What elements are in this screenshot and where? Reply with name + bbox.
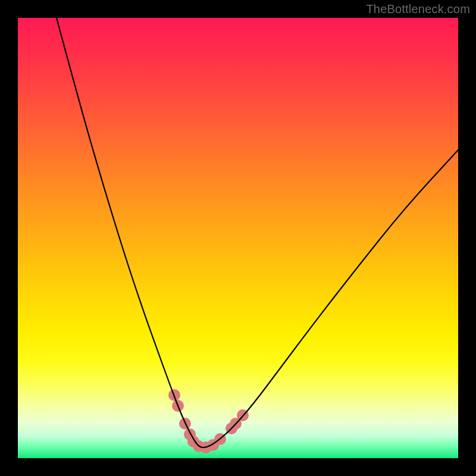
chart-frame: TheBottleneck.com — [0, 0, 476, 476]
plot-area — [18, 18, 458, 458]
chart-svg — [18, 18, 458, 458]
markers-group — [168, 389, 249, 453]
watermark-text: TheBottleneck.com — [366, 2, 470, 16]
bottleneck-curve — [57, 18, 458, 447]
